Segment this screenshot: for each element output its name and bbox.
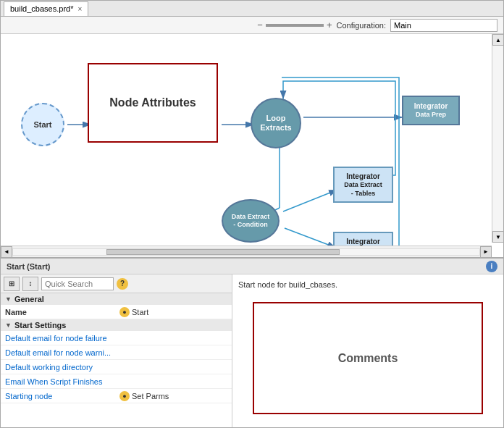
tab-bar: build_cbases.prd* × — [1, 1, 503, 17]
toolbar-btn2[interactable]: ↕ — [22, 277, 38, 291]
name-value: ● Start — [117, 306, 232, 319]
quick-search-input[interactable] — [41, 277, 114, 290]
toolbar-btn1[interactable]: ⊞ — [4, 277, 20, 291]
prop-value-1 — [117, 351, 232, 354]
main-content: Start Parameter Set Parms Integrator Dat… — [1, 34, 503, 427]
prop-name-1: Default email for node warni... — [1, 347, 117, 358]
start-circle: Start — [21, 103, 64, 146]
zoom-control: − + — [257, 20, 332, 30]
svg-line-7 — [283, 190, 337, 211]
config-input[interactable] — [390, 19, 497, 32]
h-scroll-left-btn[interactable]: ◄ — [1, 246, 12, 258]
h-scroll-thumb[interactable] — [106, 249, 340, 255]
starting-node-icon: ● — [119, 391, 130, 401]
node-loop[interactable]: LoopExtracts — [251, 98, 301, 148]
help-icon[interactable]: ? — [117, 278, 128, 290]
integrator3-rect: Integrator Data Extract- Tables — [333, 167, 393, 203]
prop-row-1: Default email for node warni... — [1, 345, 232, 360]
node-attributes-label: Node Attributes — [109, 96, 196, 109]
bottom-content: ⊞ ↕ ? ▼ General Name — [1, 274, 503, 427]
prop-name-2: Default working directory — [1, 361, 117, 373]
h-scroll-track[interactable] — [12, 248, 480, 256]
prop-row-3: Email When Script Finishes — [1, 374, 232, 389]
section-general: ▼ General — [1, 293, 232, 305]
node-attributes-overlay: Node Attributes — [88, 63, 218, 143]
bottom-panel: Start (Start) i ⊞ ↕ ? ▼ — [1, 259, 503, 427]
prop-name-0: Default email for node failure — [1, 332, 117, 344]
properties-toolbar: ⊞ ↕ ? — [1, 274, 232, 293]
zoom-slider[interactable] — [266, 24, 324, 27]
tab-label: build_cbases.prd* — [10, 4, 73, 13]
prop-name-4: Starting node — [1, 390, 117, 402]
prop-row-2: Default working directory — [1, 360, 232, 374]
tab-close-btn[interactable]: × — [77, 5, 82, 13]
prop-name-3: Email When Script Finishes — [1, 376, 117, 387]
datacondition-circle: Data Extract- Condition — [222, 199, 280, 243]
comments-label: Comments — [338, 352, 398, 365]
integrator3-label1: Integrator — [337, 172, 389, 181]
general-toggle[interactable]: ▼ — [5, 295, 12, 303]
node-integrator2[interactable]: Integrator Data Prep — [401, 96, 461, 125]
svg-line-8 — [285, 228, 336, 248]
prop-value-3 — [117, 380, 232, 383]
prop-value-2 — [117, 366, 232, 369]
node-start[interactable]: Start — [21, 103, 64, 146]
info-icon[interactable]: i — [486, 261, 497, 272]
properties-panel: ⊞ ↕ ? ▼ General Name — [1, 274, 232, 427]
v-scroll-up-btn[interactable]: ▲ — [492, 34, 503, 46]
integrator2-label1: Integrator — [406, 101, 455, 111]
start-settings-toggle[interactable]: ▼ — [5, 322, 12, 329]
canvas-area: Start Parameter Set Parms Integrator Dat… — [1, 34, 503, 259]
prop-value-4: ● Set Parms — [117, 390, 232, 403]
integrator2-label2: Data Prep — [406, 111, 455, 119]
zoom-plus-btn[interactable]: + — [327, 20, 332, 30]
loop-circle: LoopExtracts — [251, 98, 301, 148]
tab-build-cbases[interactable]: build_cbases.prd* × — [4, 1, 88, 16]
toolbar-strip: − + Configuration: — [1, 17, 503, 34]
start-settings-label: Start Settings — [14, 321, 67, 330]
bottom-title: Start (Start) — [7, 262, 51, 271]
v-scroll-track[interactable] — [492, 46, 503, 231]
integrator3-label2: Data Extract- Tables — [337, 181, 389, 198]
start-node-text: Start node for build_cbases. — [238, 280, 497, 289]
h-scrollbar[interactable]: ◄ ► — [1, 246, 492, 257]
prop-row-0: Default email for node failure — [1, 331, 232, 345]
prop-row-4: Starting node ● Set Parms — [1, 389, 232, 403]
prop-row-name: Name ● Start — [1, 305, 232, 319]
v-scroll-down-btn[interactable]: ▼ — [492, 231, 503, 243]
general-label: General — [14, 295, 44, 303]
integrator2-rect: Integrator Data Prep — [402, 96, 460, 125]
comments-box[interactable]: Comments — [253, 302, 483, 414]
properties-table: ▼ General Name ● Start ▼ — [1, 293, 232, 427]
prop-value-0 — [117, 337, 232, 340]
node-integrator3[interactable]: Integrator Data Extract- Tables — [332, 167, 394, 203]
h-scroll-right-btn[interactable]: ► — [480, 246, 492, 258]
name-icon: ● — [119, 307, 130, 317]
v-scrollbar[interactable]: ▲ ▼ — [492, 34, 503, 243]
bottom-header: Start (Start) i — [1, 259, 503, 274]
zoom-minus-btn[interactable]: − — [257, 20, 263, 30]
comments-panel: Start node for build_cbases. Comments — [232, 274, 503, 427]
node-datacondition[interactable]: Data Extract- Condition — [222, 199, 280, 243]
section-start-settings: ▼ Start Settings — [1, 319, 232, 331]
name-label: Name — [1, 306, 117, 318]
config-label: Configuration: — [337, 21, 387, 30]
main-window: build_cbases.prd* × − + Configuration: — [0, 0, 504, 428]
